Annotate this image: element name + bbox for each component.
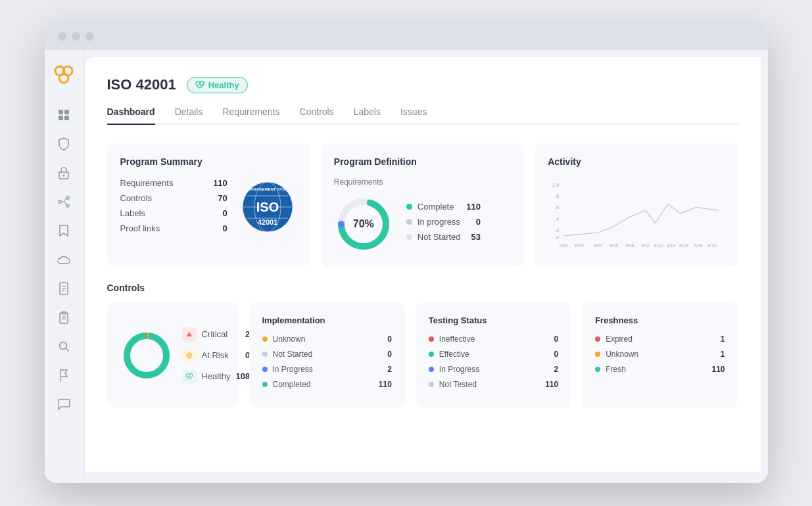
search-icon[interactable] <box>57 339 71 354</box>
traffic-light-minimize[interactable] <box>72 32 80 41</box>
sidebar <box>45 50 84 480</box>
browser-window: ISO 42001 Healthy Dashboard Details Requ… <box>45 23 768 483</box>
dashboard-top-row: Program Summary Requirements 110 Control… <box>107 143 738 267</box>
program-definition-card: Program Definition Requirements 70% <box>321 143 524 267</box>
chat-icon[interactable] <box>57 397 71 411</box>
shield-icon[interactable] <box>57 137 71 151</box>
effective-dot <box>429 352 434 357</box>
controls-donut-card: Critical 2 At Risk 0 <box>107 302 239 408</box>
page-title: ISO 42001 <box>107 76 176 93</box>
activity-chart: 1.0 .8 .6 .4 .2 0 <box>548 177 725 250</box>
logo[interactable] <box>52 63 76 89</box>
impl-in-progress: In Progress 2 <box>262 365 392 374</box>
testing-status-card: Testing Status Ineffective 0 Effective 0 <box>416 302 571 408</box>
test-ineffective: Ineffective 0 <box>429 334 558 344</box>
svg-text:1.0: 1.0 <box>552 182 560 188</box>
impl-not-started-dot <box>262 352 268 357</box>
activity-chart-container: 1.0 .8 .6 .4 .2 0 <box>548 177 725 252</box>
svg-text:6/12: 6/12 <box>654 243 663 248</box>
grid-icon[interactable] <box>57 108 71 122</box>
program-definition-title: Program Definition <box>334 156 511 167</box>
svg-point-9 <box>59 200 61 203</box>
svg-text:6/08: 6/08 <box>626 243 634 248</box>
impl-completed: Completed 110 <box>262 380 392 389</box>
definition-legend: Complete 110 In progress 0 Not Started <box>406 202 481 247</box>
requirements-subtitle: Requirements <box>334 177 511 187</box>
clipboard-icon[interactable] <box>57 310 71 325</box>
tab-controls[interactable]: Controls <box>300 106 334 125</box>
svg-text:42001: 42001 <box>258 218 278 226</box>
svg-text:6/20: 6/20 <box>708 243 717 248</box>
program-summary-card: Program Summary Requirements 110 Control… <box>107 143 310 267</box>
lock-icon[interactable] <box>57 166 71 180</box>
nav-tabs: Dashboard Details Requirements Controls … <box>107 106 738 125</box>
svg-text:6/10: 6/10 <box>642 243 650 248</box>
healthy-badge: Healthy <box>187 77 248 93</box>
legend-not-started: Not Started 53 <box>406 232 481 242</box>
impl-not-started: Not Started 0 <box>262 350 392 359</box>
title-bar <box>45 23 768 50</box>
svg-point-10 <box>66 196 69 199</box>
critical-item: Critical 2 <box>182 327 251 342</box>
bookmark-icon[interactable] <box>57 223 71 238</box>
fresh-unknown-dot <box>595 352 600 357</box>
expired-dot <box>595 336 600 342</box>
fresh-fresh: Fresh 110 <box>595 365 725 374</box>
program-def-content: 70% Complete 110 In progress 0 <box>334 195 511 254</box>
healthy-badge-label: Healthy <box>208 80 239 90</box>
test-in-progress: In Progress 2 <box>429 365 558 374</box>
test-effective: Effective 0 <box>429 350 558 359</box>
impl-unknown-dot <box>262 336 268 342</box>
test-not-tested: Not Tested 110 <box>429 380 558 389</box>
at-risk-icon <box>182 348 197 363</box>
svg-rect-5 <box>59 116 63 120</box>
flag-icon[interactable] <box>57 368 71 382</box>
implementation-card: Implementation Unknown 0 Not Started 0 <box>249 302 405 408</box>
freshness-title: Freshness <box>595 315 725 325</box>
cloud-icon[interactable] <box>57 252 71 267</box>
traffic-light-close[interactable] <box>58 32 66 41</box>
in-progress-dot <box>406 219 412 225</box>
program-summary-title: Program Summary <box>120 156 297 167</box>
svg-text:.4: .4 <box>555 216 560 222</box>
impl-unknown: Unknown 0 <box>262 334 392 344</box>
at-risk-item: At Risk 0 <box>182 348 251 363</box>
tab-issues[interactable]: Issues <box>400 106 427 125</box>
svg-text:AI MANAGEMENT SYSTEM: AI MANAGEMENT SYSTEM <box>242 187 293 191</box>
svg-text:6/16: 6/16 <box>679 243 688 248</box>
browser-body: ISO 42001 Healthy Dashboard Details Requ… <box>45 50 768 480</box>
donut-percent-label: 70% <box>353 218 374 230</box>
svg-text:.6: .6 <box>555 204 559 210</box>
svg-text:6/18: 6/18 <box>694 243 703 248</box>
controls-section: Controls <box>107 283 738 408</box>
controls-section-title: Controls <box>107 283 738 293</box>
summary-row-requirements: Requirements 110 <box>120 178 227 188</box>
traffic-light-expand[interactable] <box>85 32 94 41</box>
svg-text:6/06: 6/06 <box>610 243 619 248</box>
svg-rect-6 <box>64 116 69 120</box>
svg-rect-4 <box>64 110 69 114</box>
tab-details[interactable]: Details <box>175 106 203 125</box>
fresh-unknown: Unknown 1 <box>595 350 725 359</box>
testing-title: Testing Status <box>429 315 558 325</box>
svg-line-21 <box>66 348 68 351</box>
summary-row-controls: Controls 70 <box>120 193 227 203</box>
svg-text:6/02: 6/02 <box>575 243 584 248</box>
page-header: ISO 42001 Healthy <box>107 76 738 93</box>
activity-title: Activity <box>548 156 725 167</box>
healthy-icon <box>182 369 197 384</box>
impl-in-progress-dot <box>262 367 268 372</box>
flow-icon[interactable] <box>57 195 71 209</box>
tab-requirements[interactable]: Requirements <box>222 106 279 125</box>
controls-donut <box>120 329 173 382</box>
fresh-expired: Expired 1 <box>595 334 725 344</box>
svg-text:ISO: ISO <box>256 200 279 214</box>
summary-row-labels: Labels 0 <box>120 208 227 218</box>
tab-labels[interactable]: Labels <box>354 106 381 125</box>
complete-dot <box>406 204 412 210</box>
tab-dashboard[interactable]: Dashboard <box>107 106 155 125</box>
legend-in-progress: In progress 0 <box>406 217 481 227</box>
implementation-title: Implementation <box>262 315 392 325</box>
summary-content: Requirements 110 Controls 70 Labels 0 <box>120 177 297 239</box>
document-icon[interactable] <box>57 281 71 296</box>
